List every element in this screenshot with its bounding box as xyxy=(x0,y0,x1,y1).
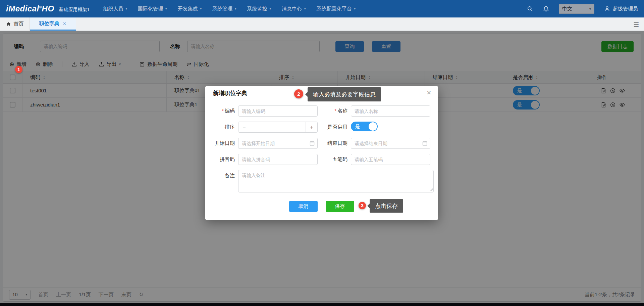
tab-bar: 首页 职位字典 ✕ ☰ xyxy=(0,17,644,31)
chevron-down-icon: ▾ xyxy=(200,7,202,10)
annotation-badge-2: 2 xyxy=(294,89,303,98)
wubi-field-label: 五笔码 xyxy=(318,156,347,163)
enabled-toggle[interactable]: 是 xyxy=(351,122,378,131)
stepper-minus-button[interactable]: − xyxy=(238,122,250,132)
cancel-button[interactable]: 取消 xyxy=(289,201,318,212)
main-menu: 组织人员▾ 国际化管理▾ 开发集成▾ 系统管理▾ 系统监控▾ 消息中心▾ 系统配… xyxy=(98,6,361,12)
remark-field-label: 备注 xyxy=(205,170,235,181)
wubi-field[interactable] xyxy=(351,154,430,165)
top-navigation-bar: iMedical®HO 基础应用框架1 组织人员▾ 国际化管理▾ 开发集成▾ 系… xyxy=(0,0,644,17)
home-icon xyxy=(6,21,11,27)
pinyin-field[interactable] xyxy=(238,154,318,165)
user-menu[interactable]: 超级管理员 xyxy=(604,5,638,12)
enabled-field-label: 是否启用 xyxy=(318,124,347,130)
search-icon[interactable] xyxy=(527,5,533,12)
sort-stepper: − + xyxy=(238,122,318,133)
sort-input[interactable] xyxy=(250,122,306,132)
nav-org-personnel[interactable]: 组织人员▾ xyxy=(98,6,132,12)
save-button[interactable]: 保存 xyxy=(326,201,354,212)
code-field-label: *编码 xyxy=(205,108,235,114)
annotation-tooltip-3: 点击保存 xyxy=(370,199,403,213)
user-icon xyxy=(604,5,610,12)
hamburger-menu-icon[interactable]: ☰ xyxy=(633,17,639,31)
tooltip-arrow xyxy=(305,92,308,97)
app-subtitle: 基础应用框架1 xyxy=(59,7,90,13)
name-field-label: *名称 xyxy=(318,108,347,114)
annotation-badge-1: 1 xyxy=(15,66,22,73)
start-date-field[interactable] xyxy=(238,138,318,149)
required-asterisk: * xyxy=(334,108,336,114)
annotation-badge-3: 3 xyxy=(359,202,366,209)
start-date-field-label: 开始日期 xyxy=(205,140,235,146)
name-field[interactable] xyxy=(351,105,430,117)
chevron-down-icon: ▾ xyxy=(354,7,356,10)
tab-position-dictionary[interactable]: 职位字典 ✕ xyxy=(30,17,76,31)
dialog-title: 新增职位字典 xyxy=(213,89,247,97)
nav-system-management[interactable]: 系统管理▾ xyxy=(207,6,242,12)
chevron-down-icon: ▾ xyxy=(589,7,591,11)
calendar-icon[interactable] xyxy=(422,140,428,146)
chevron-down-icon: ▾ xyxy=(270,7,271,10)
bottom-edge-strip xyxy=(0,303,644,306)
chevron-down-icon: ▾ xyxy=(235,7,236,10)
language-select[interactable]: 中文 ▾ xyxy=(559,4,594,14)
bell-icon[interactable] xyxy=(543,5,549,12)
app-logo: iMedical®HO xyxy=(6,4,54,13)
nav-system-monitor[interactable]: 系统监控▾ xyxy=(242,6,277,12)
sort-field-label: 排序 xyxy=(205,124,235,130)
pinyin-field-label: 拼音码 xyxy=(205,156,235,163)
nav-message-center[interactable]: 消息中心▾ xyxy=(276,6,311,12)
language-value: 中文 xyxy=(562,6,572,12)
code-field[interactable] xyxy=(238,105,318,117)
remark-field[interactable] xyxy=(238,170,434,192)
calendar-icon[interactable] xyxy=(309,140,315,146)
toggle-knob xyxy=(369,122,377,131)
chevron-down-icon: ▾ xyxy=(304,7,306,10)
end-date-field-label: 结束日期 xyxy=(318,140,347,146)
required-asterisk: * xyxy=(222,108,224,114)
close-tab-icon[interactable]: ✕ xyxy=(63,21,66,26)
tooltip-arrow xyxy=(367,204,370,208)
chevron-down-icon: ▾ xyxy=(125,7,127,10)
tab-home[interactable]: 首页 xyxy=(0,17,30,31)
resize-handle-icon[interactable] xyxy=(430,188,433,191)
nav-config-platform[interactable]: 系统配置化平台▾ xyxy=(311,6,361,12)
close-icon[interactable]: ✕ xyxy=(427,90,431,96)
annotation-tooltip-2: 输入必填及必要字段信息 xyxy=(308,87,381,101)
stepper-plus-button[interactable]: + xyxy=(306,122,317,132)
nav-i18n-management[interactable]: 国际化管理▾ xyxy=(132,6,172,12)
end-date-field[interactable] xyxy=(351,138,430,149)
nav-dev-integration[interactable]: 开发集成▾ xyxy=(172,6,207,12)
username: 超级管理员 xyxy=(613,6,638,12)
chevron-down-icon: ▾ xyxy=(165,7,167,10)
